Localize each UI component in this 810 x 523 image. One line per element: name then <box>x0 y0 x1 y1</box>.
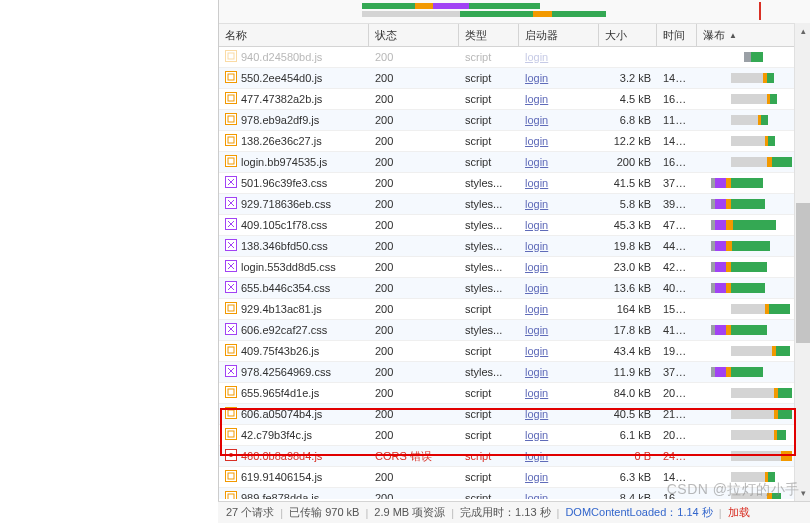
cell-initiator[interactable]: login <box>519 324 599 336</box>
table-row[interactable]: 42.c79b3f4c.js 200 script login 6.1 kB 2… <box>219 425 810 446</box>
network-panel: 名称 状态 类型 启动器 大小 时间 瀑布▲ 940.d24580bd.js 2… <box>218 0 810 523</box>
cell-initiator[interactable]: login <box>519 93 599 105</box>
table-row[interactable]: 929.718636eb.css 200 styles... login 5.8… <box>219 194 810 215</box>
cell-time: 193 ... <box>657 345 697 357</box>
cell-type: script <box>459 492 519 499</box>
script-icon <box>225 302 237 316</box>
scrollbar-thumb[interactable] <box>796 203 810 343</box>
table-row[interactable]: 606.e92caf27.css 200 styles... login 17.… <box>219 320 810 341</box>
scroll-down-icon[interactable]: ▾ <box>795 485 810 501</box>
cell-initiator[interactable]: login <box>519 345 599 357</box>
svg-rect-6 <box>226 114 237 125</box>
table-row[interactable]: 978.eb9a2df9.js 200 script login 6.8 kB … <box>219 110 810 131</box>
table-row[interactable]: 460.0b8a98d4.js CORS 错误 script login 0 B… <box>219 446 810 467</box>
timeline-overview[interactable] <box>219 0 810 24</box>
header-size[interactable]: 大小 <box>599 24 657 46</box>
table-row[interactable]: 940.d24580bd.js 200 script login <box>219 47 810 68</box>
cell-initiator[interactable]: login <box>519 366 599 378</box>
cell-status: 200 <box>369 387 459 399</box>
table-row[interactable]: 606.a05074b4.js 200 script login 40.5 kB… <box>219 404 810 425</box>
table-row[interactable]: 619.91406154.js 200 script login 6.3 kB … <box>219 467 810 488</box>
table-row[interactable]: 655.b446c354.css 200 styles... login 13.… <box>219 278 810 299</box>
script-icon <box>225 50 237 64</box>
cell-time: 160 ... <box>657 156 697 168</box>
cell-name: login.bb974535.js <box>219 155 369 169</box>
table-row[interactable]: 978.42564969.css 200 styles... login 11.… <box>219 362 810 383</box>
cell-time: 392 ... <box>657 198 697 210</box>
file-name: login.553dd8d5.css <box>241 261 336 273</box>
script-icon <box>225 407 237 421</box>
table-row[interactable]: 655.965f4d1e.js 200 script login 84.0 kB… <box>219 383 810 404</box>
cell-initiator[interactable]: login <box>519 51 599 63</box>
cell-size: 23.0 kB <box>599 261 657 273</box>
cell-name: 42.c79b3f4c.js <box>219 428 369 442</box>
cell-initiator[interactable]: login <box>519 408 599 420</box>
table-row[interactable]: login.553dd8d5.css 200 styles... login 2… <box>219 257 810 278</box>
stylesheet-icon <box>225 281 237 295</box>
cell-time: 143 ... <box>657 72 697 84</box>
cell-initiator[interactable]: login <box>519 135 599 147</box>
cell-initiator[interactable]: login <box>519 303 599 315</box>
scroll-up-icon[interactable]: ▴ <box>795 23 810 39</box>
cell-initiator[interactable]: login <box>519 261 599 273</box>
cell-initiator[interactable]: login <box>519 429 599 441</box>
vertical-scrollbar[interactable]: ▴ ▾ <box>794 23 810 501</box>
status-resources: 2.9 MB 项资源 <box>374 505 445 520</box>
header-status[interactable]: 状态 <box>369 24 459 46</box>
cell-initiator[interactable]: login <box>519 177 599 189</box>
cell-initiator[interactable]: login <box>519 114 599 126</box>
table-row[interactable]: 550.2ee454d0.js 200 script login 3.2 kB … <box>219 68 810 89</box>
header-type[interactable]: 类型 <box>459 24 519 46</box>
file-name: 550.2ee454d0.js <box>241 72 322 84</box>
cell-size: 6.8 kB <box>599 114 657 126</box>
cell-initiator[interactable]: login <box>519 492 599 499</box>
svg-rect-24 <box>226 387 237 398</box>
table-row[interactable]: login.bb974535.js 200 script login 200 k… <box>219 152 810 173</box>
file-name: 606.e92caf27.css <box>241 324 327 336</box>
cell-initiator[interactable]: login <box>519 282 599 294</box>
cell-initiator[interactable]: login <box>519 387 599 399</box>
cell-name: 619.91406154.js <box>219 470 369 484</box>
script-icon <box>225 155 237 169</box>
file-name: 409.75f43b26.js <box>241 345 319 357</box>
cell-time: 421 ... <box>657 261 697 273</box>
cell-name: 477.47382a2b.js <box>219 92 369 106</box>
status-transferred: 已传输 970 kB <box>289 505 359 520</box>
cell-initiator[interactable]: login <box>519 198 599 210</box>
cell-size: 19.8 kB <box>599 240 657 252</box>
status-requests: 27 个请求 <box>226 505 274 520</box>
cell-status: 200 <box>369 408 459 420</box>
stylesheet-icon <box>225 323 237 337</box>
table-row[interactable]: 409.105c1f78.css 200 styles... login 45.… <box>219 215 810 236</box>
cell-status: 200 <box>369 219 459 231</box>
cell-type: styles... <box>459 219 519 231</box>
cell-size: 5.8 kB <box>599 198 657 210</box>
table-row[interactable]: 929.4b13ac81.js 200 script login 164 kB … <box>219 299 810 320</box>
cell-time: 148 ... <box>657 471 697 483</box>
cell-status: 200 <box>369 72 459 84</box>
header-name[interactable]: 名称 <box>219 24 369 46</box>
cell-name: 655.965f4d1e.js <box>219 386 369 400</box>
cell-type: script <box>459 471 519 483</box>
cell-initiator[interactable]: login <box>519 72 599 84</box>
table-row[interactable]: 501.96c39fe3.css 200 styles... login 41.… <box>219 173 810 194</box>
cell-name: 138.26e36c27.js <box>219 134 369 148</box>
cell-status: 200 <box>369 324 459 336</box>
table-row[interactable]: 138.346bfd50.css 200 styles... login 19.… <box>219 236 810 257</box>
table-row[interactable]: 138.26e36c27.js 200 script login 12.2 kB… <box>219 131 810 152</box>
table-row[interactable]: 989.fe878dda.js 200 script login 8.4 kB … <box>219 488 810 499</box>
table-row[interactable]: 477.47382a2b.js 200 script login 4.5 kB … <box>219 89 810 110</box>
table-row[interactable]: 409.75f43b26.js 200 script login 43.4 kB… <box>219 341 810 362</box>
cell-size: 8.4 kB <box>599 492 657 499</box>
cell-initiator[interactable]: login <box>519 240 599 252</box>
cell-initiator[interactable]: login <box>519 471 599 483</box>
cell-type: script <box>459 387 519 399</box>
cell-initiator[interactable]: login <box>519 156 599 168</box>
cell-initiator[interactable]: login <box>519 219 599 231</box>
header-initiator[interactable]: 启动器 <box>519 24 599 46</box>
cell-status: 200 <box>369 471 459 483</box>
header-time[interactable]: 时间 <box>657 24 697 46</box>
cell-time: 209 ... <box>657 387 697 399</box>
cell-initiator[interactable]: login <box>519 450 599 462</box>
cell-status: 200 <box>369 492 459 499</box>
